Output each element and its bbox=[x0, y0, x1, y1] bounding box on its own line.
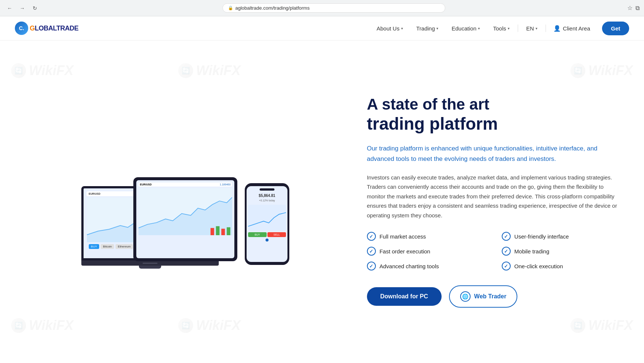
phone-chart bbox=[248, 205, 286, 231]
get-started-button[interactable]: Get bbox=[602, 22, 629, 35]
feature-label-1: Full market access bbox=[380, 233, 426, 240]
tablet-pair: EUR/USD bbox=[140, 183, 152, 186]
nav-client-area[interactable]: 👤 Client Area bbox=[547, 16, 596, 40]
globe-icon: 🌐 bbox=[460, 291, 471, 302]
cta-buttons: Download for PC 🌐 Web Trader bbox=[367, 285, 622, 308]
feature-item-5: ✓ Advanced charting tools bbox=[367, 262, 487, 270]
text-section: A state of the art trading platform Our … bbox=[352, 96, 622, 308]
back-button[interactable]: ← bbox=[4, 3, 15, 13]
nav-divider bbox=[518, 25, 518, 32]
watermark-logo-2: 🔄 bbox=[178, 63, 193, 78]
watermark-text-4: WikiFX bbox=[29, 318, 74, 333]
feature-label-2: User-friendly interface bbox=[514, 233, 569, 240]
chevron-down-icon: ▾ bbox=[436, 26, 438, 30]
lock-icon: 🔒 bbox=[228, 6, 233, 10]
nav-divider-2 bbox=[546, 25, 546, 32]
laptop-pair: EUR/USD bbox=[89, 192, 101, 195]
logo-icon: C. bbox=[15, 22, 28, 35]
chevron-down-icon: ▾ bbox=[478, 26, 480, 30]
svg-rect-4 bbox=[221, 229, 225, 235]
nav-item-tools[interactable]: Tools ▾ bbox=[487, 16, 516, 40]
phone-buy-btn: BUY bbox=[248, 232, 267, 237]
chevron-down-icon: ▾ bbox=[508, 26, 510, 30]
feature-item-4: ✓ Mobile trading bbox=[502, 247, 622, 256]
svg-rect-3 bbox=[216, 226, 219, 235]
nav-item-about[interactable]: About Us ▾ bbox=[370, 16, 410, 40]
watermark-text-5: WikiFX bbox=[196, 318, 241, 333]
tablet-screen: EUR/USD 1.189460 bbox=[136, 180, 234, 258]
browser-controls: ← → ↻ bbox=[4, 3, 40, 13]
check-icon-4: ✓ bbox=[502, 247, 511, 256]
web-trader-button[interactable]: 🌐 Web Trader bbox=[449, 285, 518, 308]
download-pc-button[interactable]: Download for PC bbox=[367, 287, 442, 306]
nav-item-language[interactable]: EN ▾ bbox=[520, 16, 544, 40]
nav-links: About Us ▾ Trading ▾ Education ▾ Tools ▾… bbox=[370, 16, 596, 40]
phone-home-indicator bbox=[266, 239, 269, 242]
phone-screen: $5,864.81 +0.12% today BUY SELL bbox=[247, 186, 287, 262]
feature-label-5: Advanced charting tools bbox=[380, 263, 439, 269]
refresh-button[interactable]: ↻ bbox=[30, 3, 40, 13]
user-icon: 👤 bbox=[553, 25, 561, 32]
feature-label-4: Mobile trading bbox=[514, 248, 549, 255]
tablet-price: 1.189460 bbox=[220, 183, 231, 186]
feature-item-3: ✓ Fast order execution bbox=[367, 247, 487, 256]
hero-subtitle: Our trading platform is enhanced with un… bbox=[367, 143, 622, 163]
page-title: A state of the art trading platform bbox=[367, 96, 622, 133]
feature-item-1: ✓ Full market access bbox=[367, 232, 487, 241]
address-bar[interactable]: 🔒 aglobaltrade.com/trading/platforms bbox=[222, 3, 445, 13]
svg-rect-6 bbox=[248, 206, 286, 230]
chevron-down-icon: ▾ bbox=[536, 26, 537, 30]
extensions-button[interactable]: ⧉ bbox=[635, 5, 640, 12]
browser-chrome: ← → ↻ 🔒 aglobaltrade.com/trading/platfor… bbox=[0, 0, 644, 16]
check-icon-3: ✓ bbox=[367, 247, 376, 256]
features-grid: ✓ Full market access ✓ User-friendly int… bbox=[367, 232, 622, 270]
check-icon-5: ✓ bbox=[367, 262, 376, 270]
forward-button[interactable]: → bbox=[17, 3, 27, 13]
watermark-logo-6: 🔄 bbox=[570, 318, 585, 333]
bookmark-button[interactable]: ☆ bbox=[627, 4, 632, 12]
tablet-chart bbox=[139, 188, 232, 236]
watermark-text-2: WikiFX bbox=[196, 63, 241, 78]
hero-description: Investors can easily execute trades, ana… bbox=[367, 173, 622, 220]
phone-device: $5,864.81 +0.12% today BUY SELL bbox=[245, 183, 289, 265]
devices-wrapper: EUR/USD 1.189460 BUY Bitcoin Ethereum bbox=[81, 124, 293, 280]
tablet-device: EUR/USD 1.189460 bbox=[133, 177, 237, 261]
nav-item-trading[interactable]: Trading ▾ bbox=[410, 16, 445, 40]
watermark-logo-5: 🔄 bbox=[178, 318, 193, 333]
devices-section: EUR/USD 1.189460 BUY Bitcoin Ethereum bbox=[22, 118, 352, 285]
feature-label-3: Fast order execution bbox=[380, 248, 430, 255]
laptop-base bbox=[81, 260, 219, 266]
tablet-frame: EUR/USD 1.189460 bbox=[133, 177, 237, 261]
feature-label-6: One-click execution bbox=[514, 263, 563, 269]
watermark-logo-3: 🔄 bbox=[570, 63, 585, 78]
feature-item-6: ✓ One-click execution bbox=[502, 262, 622, 270]
nav-item-education[interactable]: Education ▾ bbox=[445, 16, 487, 40]
laptop-stand bbox=[139, 266, 161, 269]
watermark-text: WikiFX bbox=[29, 63, 74, 78]
check-icon-2: ✓ bbox=[502, 232, 511, 241]
check-icon-6: ✓ bbox=[502, 262, 511, 270]
svg-rect-2 bbox=[211, 228, 214, 235]
check-icon-1: ✓ bbox=[367, 232, 376, 241]
watermark-text-6: WikiFX bbox=[588, 318, 633, 333]
url-text: aglobaltrade.com/trading/platforms bbox=[235, 5, 310, 11]
watermark-text-3: WikiFX bbox=[588, 63, 633, 78]
phone-notch bbox=[260, 188, 274, 191]
navbar: C. GLOBALTRADE About Us ▾ Trading ▾ Educ… bbox=[0, 16, 644, 40]
watermark-logo-4: 🔄 bbox=[11, 318, 26, 333]
main-content: 🔄 WikiFX 🔄 WikiFX 🔄 WikiFX 🔄 WikiFX 🔄 Wi… bbox=[0, 40, 644, 363]
chevron-down-icon: ▾ bbox=[401, 26, 403, 30]
feature-item-2: ✓ User-friendly interface bbox=[502, 232, 622, 241]
watermark-logo: 🔄 bbox=[11, 63, 26, 78]
browser-right-controls: ☆ ⧉ bbox=[627, 4, 640, 12]
phone-frame: $5,864.81 +0.12% today BUY SELL bbox=[245, 183, 289, 265]
logo-text: GLOBALTRADE bbox=[30, 25, 78, 32]
svg-rect-5 bbox=[227, 227, 230, 235]
phone-buttons: BUY SELL bbox=[248, 232, 286, 237]
phone-sell-btn: SELL bbox=[267, 232, 286, 237]
logo[interactable]: C. GLOBALTRADE bbox=[15, 22, 78, 35]
